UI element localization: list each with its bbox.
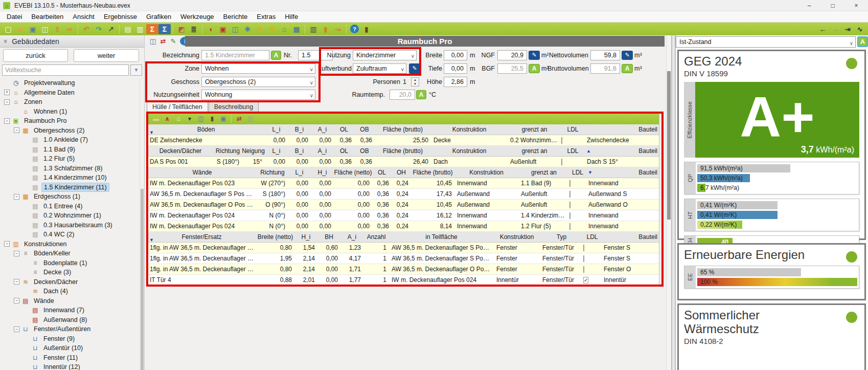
collapse-icon[interactable]: − [4, 118, 10, 124]
floor-icon[interactable]: ▬ [150, 114, 162, 123]
next-button[interactable]: weiter [74, 49, 139, 62]
fenster-row[interactable]: 1flg. in AW 36,5 m. Deckenauflager S Pos… [147, 243, 659, 253]
close-button[interactable]: × [844, 0, 868, 11]
roof-icon[interactable]: ∧ [162, 114, 173, 123]
tree-item-wohnen-1-[interactable]: ⌂Wohnen (1) [0, 107, 140, 117]
collapse-icon[interactable]: − [14, 327, 19, 332]
waende-row[interactable]: IW m. Deckenauflager Pos 023W (270°)0,00… [147, 178, 659, 189]
column-header-bauteil[interactable]: Bauteil [601, 232, 660, 243]
statistics-icon[interactable]: ▦ [290, 24, 303, 34]
window-icon[interactable]: ◫ [229, 24, 241, 34]
variant-select[interactable]: Ist-Zustand∨ [676, 36, 856, 48]
copy-room-icon[interactable]: ◫ [148, 36, 158, 46]
redo-icon[interactable]: ↷ [93, 24, 105, 34]
new-file-icon[interactable]: ▢ [2, 24, 14, 34]
column-header-ob[interactable]: OB [354, 124, 375, 135]
menu-ansicht[interactable]: Ansicht [68, 11, 99, 22]
collapse-icon[interactable]: − [14, 194, 19, 200]
tree-scrollbar[interactable] [140, 78, 144, 370]
nutzungseinheit-select[interactable]: Wohnung∨ [201, 90, 315, 100]
filter-icon[interactable]: ▼ [149, 127, 154, 135]
tree-item-0.3-hausarbeitsraum-3-[interactable]: ▤0.3 Hausarbeitsraum (3) [0, 221, 140, 230]
waende-row[interactable]: IW m. Deckenauflager Pos 024N (0°)0,000,… [147, 221, 659, 232]
column-header-b_i[interactable]: B_i [288, 146, 311, 157]
column-header-in-teilfläche[interactable]: in Teilfläche [389, 232, 494, 243]
tree-item-zonen[interactable]: −⌂Zonen [0, 97, 140, 107]
ldl-checkbox[interactable] [583, 266, 584, 273]
collapse-icon[interactable]: − [4, 99, 10, 105]
sum-blue-icon[interactable]: Σ [158, 24, 171, 34]
raumtemp-auto-badge[interactable]: A [416, 90, 426, 99]
collapse-icon[interactable]: − [14, 251, 19, 256]
zone-select[interactable]: Wohnen∨ [201, 63, 315, 74]
tab-huelle-teilflaechen[interactable]: Hülle / Teilflächen [147, 101, 208, 113]
tree-item-0.1-entree-4-[interactable]: ▤0.1 Entree (4) [0, 202, 140, 211]
tree-item-konstruktionen[interactable]: −▥Konstruktionen [0, 240, 140, 249]
panel-splitter[interactable] [671, 35, 676, 370]
tree-item-wände[interactable]: −▤Wände [0, 296, 140, 306]
tree-item-projektverwaltung[interactable]: ◷Projektverwaltung [0, 78, 140, 88]
tree-item-1.2-flur-5-[interactable]: ▤1.2 Flur (5) [0, 154, 140, 164]
tree-scrollbar-thumb[interactable] [141, 189, 144, 370]
tree-item-1.3-schlafzimmer-8-[interactable]: ▤1.3 Schlafzimmer (8) [0, 164, 140, 173]
tree-item-innentür-12-[interactable]: ⊔Innentür (12) [0, 362, 140, 370]
raumtemp-input[interactable]: 20,0 [390, 90, 415, 100]
ldl-checkbox[interactable] [569, 202, 570, 208]
save-icon[interactable]: ▣ [218, 114, 229, 123]
fenster-row[interactable]: IT Tür 40,882,010,001,771IW m. Deckenauf… [147, 275, 659, 286]
column-header-bauteil[interactable]: ▲Bauteil [584, 146, 660, 157]
tree-item-allgemeine-daten[interactable]: +⌂Allgemeine Daten [0, 88, 140, 98]
tree-item-bodenplatte-1-[interactable]: ≡Bodenplatte (1) [0, 258, 140, 268]
column-header-böden[interactable]: ▼Böden [147, 124, 265, 135]
undo-icon[interactable]: ↶ [80, 24, 93, 34]
back-icon[interactable]: ← [817, 24, 829, 34]
bezeichnung-input[interactable]: 1.5 Kinderzimmer [201, 50, 269, 60]
energy-label-icon[interactable]: ▮ [319, 24, 332, 34]
column-header-fläche-brutto-[interactable]: Fläche (brutto) [411, 167, 454, 178]
menu-datei[interactable]: Datei [2, 11, 27, 22]
collapse-icon[interactable]: − [14, 279, 19, 285]
column-header-ldl[interactable]: LDL [561, 124, 584, 135]
column-header-fläche-brutto-[interactable]: Fläche (brutto) [375, 124, 431, 135]
column-header-decken-dächer[interactable]: Decken/Dächer [147, 146, 214, 157]
column-header-grenzt-an[interactable]: grenzt an [508, 146, 561, 157]
main-scrollbar[interactable] [666, 35, 671, 370]
nutzung-select[interactable]: Kinderzimmer∨ [353, 50, 417, 60]
waende-row[interactable]: AW 36,5 m. Deckenauflager O Pos 002O (90… [147, 200, 659, 210]
ldl-checkbox[interactable] [561, 137, 562, 144]
personen-stepper[interactable]: ▲▼ [411, 77, 419, 86]
filter-button[interactable]: ▼ [130, 64, 142, 76]
expand-icon[interactable]: + [4, 90, 10, 95]
tiefe-input[interactable]: 0,00 [444, 63, 467, 74]
boiler-icon[interactable]: ▣ [217, 24, 229, 34]
document-icon[interactable]: ▤ [122, 24, 134, 34]
column-header-typ[interactable]: Typ [540, 232, 583, 243]
wall-icon[interactable]: ⌂ [173, 114, 184, 123]
ldl-checkbox[interactable] [561, 159, 562, 165]
menu-werkzeuge[interactable]: Werkzeuge [176, 11, 219, 22]
open-icon[interactable]: ▰ [14, 24, 27, 34]
export-icon[interactable]: ⇨ [63, 24, 76, 34]
ldl-checkbox[interactable] [569, 180, 570, 187]
breite-input[interactable]: 0,00 [444, 50, 467, 60]
tree-item-0.2-wohnzimmer-1-[interactable]: ▤0.2 Wohnzimmer (1) [0, 211, 140, 221]
ngf-input[interactable]: 20,9 [497, 50, 527, 60]
import-icon[interactable]: ⇧ [51, 24, 63, 34]
tree-item-1.4-kinderzimmer-10-[interactable]: ▤1.4 Kinderzimmer (10) [0, 173, 140, 183]
bruttovolumen-input[interactable]: 91,6 [590, 63, 620, 74]
nettovolumen-edit-button[interactable]: ✎ [622, 51, 633, 60]
column-header-oh[interactable]: OH [392, 167, 411, 178]
sort-icon[interactable]: ▼ [588, 167, 592, 178]
goto-icon[interactable]: ⇥ [841, 24, 854, 34]
column-header-ol[interactable]: OL [334, 124, 354, 135]
fenster-row[interactable]: 1flg. in AW 36,5 m. Deckenauflager O Pos… [147, 264, 659, 275]
tree-item-1.0-ankleide-7-[interactable]: ▤1.0 Ankleide (7) [0, 135, 140, 145]
column-header-konstruktion[interactable]: Konstruktion [494, 232, 540, 243]
filter-icon[interactable]: ▼ [149, 235, 154, 243]
tree-item-fenster-11-[interactable]: ⊔Fenster (11) [0, 353, 140, 363]
bruttovolumen-auto-badge[interactable]: A [622, 64, 633, 73]
column-header-bauteil[interactable]: ▼Bauteil [586, 167, 660, 178]
solar-icon[interactable]: ☀ [254, 24, 266, 34]
menu-berichte[interactable]: Berichte [219, 11, 253, 22]
transfer-icon[interactable]: ⇄ [234, 114, 245, 123]
